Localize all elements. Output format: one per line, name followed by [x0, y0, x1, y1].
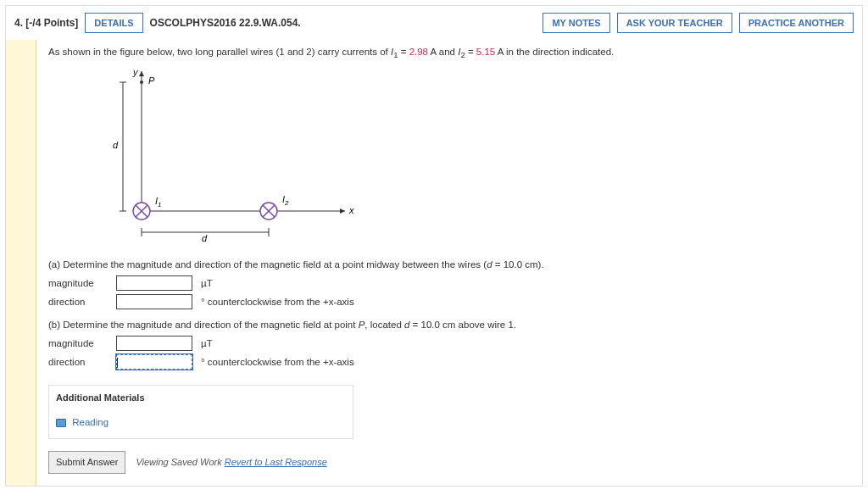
ask-teacher-button[interactable]: ASK YOUR TEACHER: [617, 13, 732, 33]
input-magnitude-b[interactable]: [116, 336, 192, 351]
fig-label-x: x: [348, 205, 354, 215]
label-magnitude-b: magnitude: [48, 336, 108, 351]
question-number: 4. [-/4 Points]: [14, 17, 78, 29]
book-icon: [56, 419, 66, 427]
question-body: As shown in the figure below, two long p…: [36, 40, 862, 486]
part-a: (a) Determine the magnitude and directio…: [48, 258, 850, 309]
unit-magnitude-b: µT: [201, 336, 213, 351]
unit-magnitude-a: µT: [201, 276, 213, 291]
input-direction-b[interactable]: [116, 354, 192, 370]
submit-answer-button[interactable]: Submit Answer: [48, 451, 125, 474]
input-magnitude-a[interactable]: [116, 275, 192, 291]
fig-label-d-vert: d: [113, 140, 119, 150]
svg-point-2: [140, 81, 143, 84]
bookmark-strip[interactable]: [6, 40, 36, 486]
revert-link[interactable]: Revert to Last Response: [225, 457, 327, 467]
header-actions: MY NOTES ASK YOUR TEACHER PRACTICE ANOTH…: [542, 13, 854, 33]
input-direction-a[interactable]: [116, 294, 192, 309]
label-direction-b: direction: [48, 355, 108, 370]
question-footer: Submit Answer Viewing Saved Work Revert …: [48, 451, 850, 474]
fig-label-y: y: [132, 67, 139, 77]
part-b-question: (b) Determine the magnitude and directio…: [48, 318, 850, 332]
question-reference: OSCOLPHYS2016 22.9.WA.054.: [150, 17, 301, 29]
fig-label-p: P: [148, 75, 155, 86]
fig-label-i2: I2: [282, 194, 289, 207]
practice-another-button[interactable]: PRACTICE ANOTHER: [739, 13, 854, 33]
reading-link[interactable]: Reading: [72, 417, 108, 427]
label-magnitude-a: magnitude: [48, 276, 108, 291]
text-caret: [117, 358, 118, 368]
part-a-question: (a) Determine the magnitude and directio…: [48, 258, 850, 272]
part-b: (b) Determine the magnitude and directio…: [48, 318, 850, 370]
figure: y x P d I1: [108, 67, 850, 249]
fig-label-i1: I1: [155, 196, 162, 209]
intro-text: As shown in the figure below, two long p…: [48, 45, 850, 62]
note-direction-a: ° counterclockwise from the +x-axis: [201, 295, 354, 309]
question-header: 4. [-/4 Points] DETAILS OSCOLPHYS2016 22…: [6, 6, 862, 40]
details-button[interactable]: DETAILS: [85, 13, 142, 33]
additional-materials-title: Additional Materials: [49, 386, 353, 410]
label-direction-a: direction: [48, 295, 108, 309]
fig-label-d-horiz: d: [202, 233, 208, 243]
additional-materials: Additional Materials Reading: [48, 385, 353, 439]
note-direction-b: ° counterclockwise from the +x-axis: [201, 355, 354, 370]
question-container: 4. [-/4 Points] DETAILS OSCOLPHYS2016 22…: [5, 5, 863, 487]
my-notes-button[interactable]: MY NOTES: [542, 13, 609, 33]
saved-work-text: Viewing Saved Work Revert to Last Respon…: [136, 455, 326, 470]
